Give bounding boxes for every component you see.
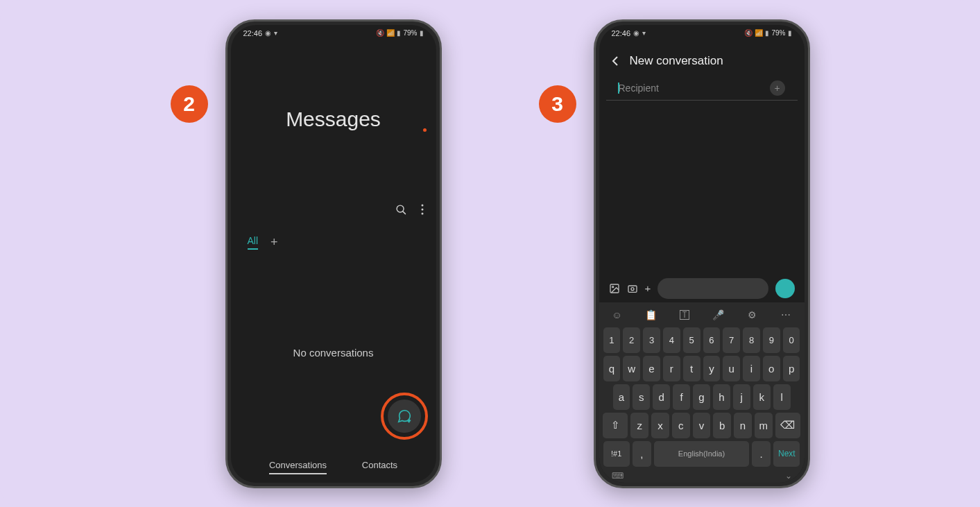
empty-state-text: No conversations [231,250,436,359]
recipient-input[interactable]: Recipient [619,83,659,94]
keyboard: ☺ 📋 🅃 🎤 ⚙ ⋯ 1 2 3 4 5 6 7 [599,302,805,483]
key-e[interactable]: e [643,356,660,381]
key-p[interactable]: p [783,356,800,381]
chevron-down-icon[interactable]: ⌄ [785,471,792,481]
compose-bar: + [599,278,805,299]
key-d[interactable]: d [653,384,670,410]
battery-icon: ▮ [788,29,792,37]
page-title: New conversation [630,54,723,68]
key-6[interactable]: 6 [703,327,721,353]
page-title: Messages [231,108,436,131]
battery-text: 79% [771,29,785,37]
key-c[interactable]: c [672,413,690,438]
send-button[interactable] [775,279,795,298]
key-2[interactable]: 2 [623,327,640,353]
key-z[interactable]: z [630,413,648,438]
key-i[interactable]: i [743,356,760,381]
key-y[interactable]: y [703,356,721,381]
signal-icon: ▮ [765,29,769,37]
key-symbols[interactable]: !#1 [603,441,630,467]
key-shift[interactable]: ⇧ [603,413,628,438]
gallery-icon[interactable] [609,283,620,294]
battery-icon: ▮ [420,29,424,37]
step-badge-3: 3 [539,85,576,123]
key-r[interactable]: r [663,356,680,381]
notification-icon: ◉ [633,29,639,37]
key-h[interactable]: h [713,384,730,410]
camera-icon[interactable] [627,283,638,294]
key-comma[interactable]: , [633,441,651,467]
step-2: 2 22:46 ◉ ▾ 🔇 📶 ▮ 79% ▮ [171,19,442,488]
key-4[interactable]: 4 [663,327,680,353]
step-badge-2: 2 [171,85,208,123]
svg-point-4 [421,213,423,215]
add-tab-icon[interactable]: + [270,235,278,250]
more-options-icon[interactable] [421,204,424,215]
message-input[interactable] [657,278,768,299]
notification-icon-2: ▾ [642,29,646,37]
key-n[interactable]: n [734,413,752,438]
key-x[interactable]: x [651,413,669,438]
notification-dot [423,128,427,132]
key-t[interactable]: t [683,356,700,381]
key-8[interactable]: 8 [743,327,760,353]
key-next[interactable]: Next [773,441,800,467]
key-o[interactable]: o [763,356,780,381]
key-3[interactable]: 3 [643,327,660,353]
step-3: 3 22:46 ◉ ▾ 🔇 📶 ▮ 79% ▮ [539,19,810,488]
svg-point-10 [631,287,634,290]
key-1[interactable]: 1 [603,327,621,353]
tab-conversations[interactable]: Conversations [269,460,327,474]
svg-point-8 [612,286,613,287]
key-9[interactable]: 9 [763,327,780,353]
key-g[interactable]: g [693,384,710,410]
key-7[interactable]: 7 [723,327,740,353]
key-w[interactable]: w [623,356,640,381]
new-message-fab[interactable] [388,399,421,433]
key-s[interactable]: s [633,384,650,410]
signal-icon: ▮ [397,29,401,37]
battery-text: 79% [403,29,417,37]
key-0[interactable]: 0 [783,327,800,353]
key-a[interactable]: a [613,384,630,410]
key-u[interactable]: u [723,356,740,381]
search-icon[interactable] [395,204,407,216]
mute-icon: 🔇 [744,29,753,37]
tab-contacts[interactable]: Contacts [362,460,397,474]
mute-icon: 🔇 [376,29,384,37]
recipient-field-row: Recipient + [606,68,798,101]
wifi-icon: 📶 [386,29,395,37]
svg-point-2 [421,205,423,207]
text-icon[interactable]: 🅃 [676,309,693,320]
add-attachment-icon[interactable]: + [645,282,651,294]
svg-line-1 [402,211,405,214]
key-m[interactable]: m [755,413,773,438]
emoji-icon[interactable]: ☺ [609,309,626,320]
phone-mockup-1: 22:46 ◉ ▾ 🔇 📶 ▮ 79% ▮ Messages [225,19,442,488]
clipboard-icon[interactable]: 📋 [642,309,659,320]
add-recipient-button[interactable]: + [770,80,785,96]
keyboard-hide-icon[interactable]: ⌨ [612,471,624,481]
back-button[interactable] [612,55,619,67]
key-backspace[interactable]: ⌫ [775,413,800,438]
key-l[interactable]: l [773,384,791,410]
key-space[interactable]: English(India) [654,441,749,467]
wifi-icon: 📶 [755,29,763,37]
status-time: 22:46 [612,29,631,37]
svg-point-0 [397,205,404,212]
key-k[interactable]: k [753,384,771,410]
key-f[interactable]: f [673,384,690,410]
tab-all[interactable]: All [248,235,259,250]
key-period[interactable]: . [752,441,771,467]
mic-icon[interactable]: 🎤 [710,309,727,320]
svg-rect-9 [628,286,637,292]
key-j[interactable]: j [733,384,750,410]
key-b[interactable]: b [713,413,731,438]
key-5[interactable]: 5 [683,327,700,353]
more-keyboard-icon[interactable]: ⋯ [777,309,794,320]
status-bar: 22:46 ◉ ▾ 🔇 📶 ▮ 79% ▮ [599,25,805,42]
key-v[interactable]: v [693,413,711,438]
status-bar: 22:46 ◉ ▾ 🔇 📶 ▮ 79% ▮ [231,25,436,42]
key-q[interactable]: q [603,356,621,381]
settings-icon[interactable]: ⚙ [744,309,761,320]
